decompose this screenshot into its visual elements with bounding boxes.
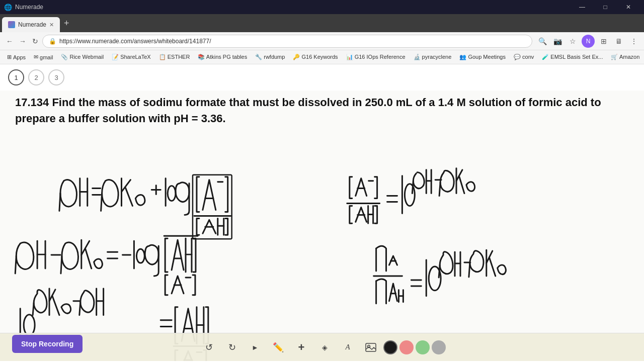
- bookmark-g16keywords[interactable]: 🔑 G16 Keywords: [290, 53, 341, 61]
- new-tab-button[interactable]: +: [64, 18, 69, 29]
- win-title-bar: 🌐 Numerade — □ ✕: [0, 0, 644, 14]
- select-tool-button[interactable]: ►: [245, 337, 266, 358]
- add-button[interactable]: +: [291, 337, 312, 358]
- nav-bar: ← → ↻ 🔒 https://www.numerade.com/answers…: [0, 32, 644, 50]
- eraser-button[interactable]: ◈: [314, 337, 335, 358]
- bookmark-apps[interactable]: ⊞ Apps: [4, 53, 29, 61]
- color-pink[interactable]: [399, 340, 414, 354]
- page-1-button[interactable]: 1: [8, 69, 24, 85]
- screen-icon[interactable]: 🖥: [613, 35, 625, 47]
- bookmark-rwfdump[interactable]: 🔧 rwfdump: [252, 53, 288, 61]
- menu-button[interactable]: ⋮: [628, 35, 640, 47]
- bookmark-esther[interactable]: 📋 ESTHER: [156, 53, 193, 61]
- back-button[interactable]: ←: [4, 35, 15, 47]
- page-nav: 1 2 3: [0, 64, 644, 90]
- undo-button[interactable]: ↺: [198, 337, 219, 358]
- color-black[interactable]: [383, 340, 397, 354]
- page-3-button[interactable]: 3: [48, 69, 64, 85]
- tab-label: Numerade: [18, 21, 46, 28]
- url-text: https://www.numerade.com/answers/whitebo…: [59, 38, 211, 45]
- bookmarks-bar: ⊞ Apps ✉ gmail 📎 Rice Webmail 📝 ShareLaT…: [0, 50, 644, 64]
- bookmark-ricewebmail[interactable]: 📎 Rice Webmail: [58, 53, 107, 61]
- extensions-button[interactable]: 🔍: [536, 35, 548, 47]
- tab-favicon: [8, 21, 15, 28]
- win-controls: — □ ✕: [571, 0, 640, 14]
- bookmark-g16iops[interactable]: 📊 G16 IOps Reference: [343, 53, 409, 61]
- bookmark-pyracyclene[interactable]: 🔬 pyracyclene: [411, 53, 455, 61]
- refresh-button[interactable]: ↻: [30, 35, 40, 47]
- apps-icon[interactable]: ⊞: [598, 35, 610, 47]
- win-title: Numerade: [15, 4, 43, 11]
- bookmark-atkins[interactable]: 📚 Atkins PG tables: [195, 53, 250, 61]
- whiteboard: 17.134 Find the mass of sodimu formate t…: [0, 90, 644, 361]
- minimize-button[interactable]: —: [571, 0, 594, 14]
- lock-icon: 🔒: [49, 38, 56, 45]
- svg-point-0: [168, 186, 176, 201]
- page-2-button[interactable]: 2: [28, 69, 44, 85]
- stop-recording-button[interactable]: Stop Recording: [12, 335, 83, 353]
- color-gray[interactable]: [432, 340, 446, 354]
- bookmark-goupmeetings[interactable]: 👥 Goup Meetings: [456, 53, 509, 61]
- bookmark-emsl[interactable]: 🧪 EMSL Basis Set Ex...: [539, 53, 606, 61]
- forward-button[interactable]: →: [17, 35, 28, 47]
- gmail-bm-icon: ✉: [34, 54, 38, 60]
- main-content: 1 2 3 17.134 Find the mass of sodimu for…: [0, 64, 644, 361]
- pen-tool-button[interactable]: ✏️: [268, 337, 289, 358]
- svg-rect-1: [193, 175, 232, 239]
- bookmark-gmail[interactable]: ✉ gmail: [31, 53, 56, 61]
- handwriting-svg: [0, 136, 644, 361]
- text-button[interactable]: A: [337, 337, 358, 358]
- profile-icon[interactable]: N: [582, 35, 595, 48]
- tab-close-icon[interactable]: ✕: [49, 22, 54, 28]
- bottom-toolbar: ↺ ↻ ► ✏️ + ◈ A: [0, 333, 644, 361]
- star-button[interactable]: ☆: [567, 35, 579, 47]
- tab-bar: Numerade ✕ +: [0, 14, 644, 32]
- redo-button[interactable]: ↻: [221, 337, 243, 358]
- bookmark-amazon[interactable]: 🛒 Amazon: [608, 53, 642, 61]
- camera-icon[interactable]: 📷: [551, 35, 564, 47]
- close-button[interactable]: ✕: [617, 0, 640, 14]
- maximize-button[interactable]: □: [594, 0, 617, 14]
- active-tab[interactable]: Numerade ✕: [2, 17, 60, 32]
- bookmark-sharelatex[interactable]: 📝 ShareLaTeX: [109, 53, 154, 61]
- image-button[interactable]: [360, 337, 381, 358]
- color-green[interactable]: [416, 340, 430, 354]
- win-favicon: 🌐: [4, 4, 12, 11]
- bookmark-conv[interactable]: 💬 conv: [511, 53, 537, 61]
- svg-point-3: [136, 249, 144, 263]
- nav-icons: 🔍 📷 ☆ N ⊞ 🖥 ⋮: [536, 35, 640, 48]
- question-text: 17.134 Find the mass of sodimu formate t…: [0, 90, 644, 129]
- address-bar[interactable]: 🔒 https://www.numerade.com/answers/white…: [42, 35, 532, 48]
- apps-bm-icon: ⊞: [7, 54, 12, 60]
